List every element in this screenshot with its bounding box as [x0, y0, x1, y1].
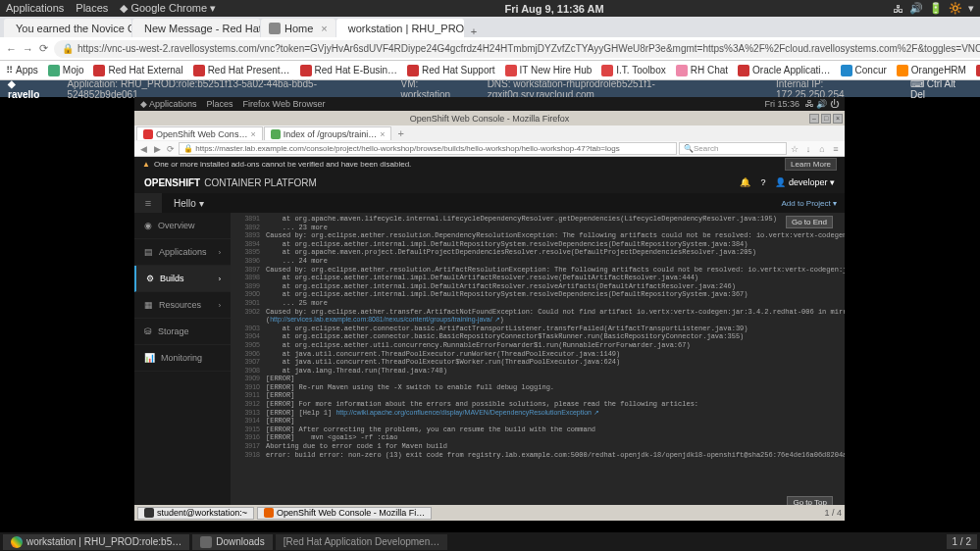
back-button[interactable]: ←	[6, 40, 17, 58]
host-topbar: Applications Places ◆ Google Chrome ▾ Fr…	[0, 0, 980, 17]
line-number: 3898	[236, 274, 260, 282]
bookmark-item[interactable]: Red Hat E-Busin…	[300, 65, 397, 76]
log-content[interactable]: 3891 at org.apache.maven.lifecycle.inter…	[231, 213, 845, 461]
inner-tray[interactable]: 🖧 🔊 ⏻	[805, 99, 839, 109]
chrome-tab[interactable]: You earned the Novice Co×	[4, 19, 131, 37]
chrome-tabstrip: You earned the Novice Co×New Message - R…	[0, 17, 980, 37]
bookmark-item[interactable]: RH Chat	[676, 65, 728, 76]
forward-button[interactable]: →	[23, 40, 33, 58]
new-tab-button[interactable]: +	[465, 25, 483, 37]
sidebar-icon: 📊	[144, 353, 155, 363]
firefox-tab[interactable]: Index of /groups/traini… ×	[264, 126, 392, 140]
reload-button[interactable]: ⟳	[39, 40, 48, 58]
ff-lock-icon: 🔒	[183, 144, 193, 153]
chrome-tab[interactable]: workstation | RHU_PROD×	[336, 19, 464, 37]
inner-menu-places[interactable]: Places	[207, 99, 233, 109]
user-menu[interactable]: 👤 developer ▾	[775, 177, 835, 187]
log-link[interactable]: http://cwiki.apache.org/confluence/displ…	[335, 409, 599, 416]
line-number: 3903	[236, 325, 260, 333]
minimize-button[interactable]: –	[809, 114, 819, 124]
ff-menu-icon[interactable]: ≡	[830, 143, 842, 155]
keyboard-icon[interactable]: ⌨ Ctrl Alt Del	[910, 78, 972, 100]
url-bar[interactable]: 🔒 https://vnc-us-west-2.ravellosystems.c…	[54, 40, 980, 58]
line-number: 3904	[236, 332, 260, 341]
bookmark-item[interactable]: Red Hat External	[93, 65, 182, 76]
ff-forward-button[interactable]: ▶	[151, 143, 163, 155]
inner-menu-apps[interactable]: ◆ Applications	[140, 99, 197, 109]
taskbar-firefox[interactable]: OpenShift Web Console - Mozilla Fi…	[257, 507, 432, 520]
openshift-subheader: ≡ Hello ▾ Add to Project ▾	[134, 193, 845, 213]
tab-close-icon[interactable]: ×	[250, 129, 255, 139]
line-number: 3914	[236, 417, 260, 426]
bell-icon[interactable]: 🔔	[740, 177, 750, 187]
menu-app[interactable]: ◆ Google Chrome ▾	[120, 2, 216, 15]
bookmark-item[interactable]: IT New Hire Hub	[505, 65, 593, 76]
line-number: 3907	[236, 358, 260, 367]
inner-menu-ff[interactable]: Firefox Web Browser	[243, 99, 326, 109]
sidebar-item-builds[interactable]: ⚙Builds›	[134, 266, 231, 292]
log-link[interactable]: http://services.lab.example.com:8081/nex…	[270, 316, 499, 323]
chrome-tab[interactable]: New Message - Red Hat L×	[132, 19, 260, 37]
sidebar-item-overview[interactable]: ◉Overview	[134, 213, 231, 239]
sidebar-icon: ◉	[144, 221, 152, 230]
firefox-tabstrip: OpenShift Web Cons… ×Index of /groups/tr…	[134, 125, 845, 141]
bookmark-item[interactable]: RHEL	[976, 65, 980, 76]
sidebar-item-applications[interactable]: ▤Applications›	[134, 239, 231, 266]
bookmark-item[interactable]: ⠿ Apps	[6, 65, 38, 75]
line-number: 3895	[236, 248, 260, 257]
firefox-tab[interactable]: OpenShift Web Cons… ×	[136, 126, 263, 140]
bookmark-item[interactable]: Mojo	[48, 65, 84, 76]
line-number: 3916	[236, 433, 260, 442]
bookmark-item[interactable]: I.T. Toolbox	[601, 65, 665, 76]
close-button[interactable]: ×	[833, 114, 843, 124]
sidebar-label: Monitoring	[161, 353, 202, 363]
sidebar-label: Storage	[158, 326, 189, 336]
bookmark-item[interactable]: Red Hat Support	[407, 65, 495, 76]
ff-reload-button[interactable]: ⟳	[165, 143, 177, 155]
bookmark-item[interactable]: Oracle Applicati…	[738, 65, 830, 76]
ff-search-box[interactable]: 🔍 Search	[679, 142, 787, 155]
project-selector[interactable]: Hello ▾	[162, 198, 216, 209]
favicon	[841, 65, 852, 76]
ff-back-button[interactable]: ◀	[137, 143, 149, 155]
ff-download-icon[interactable]: ↓	[802, 143, 814, 155]
line-number: 3913	[236, 409, 260, 418]
new-tab-button[interactable]: +	[392, 127, 408, 139]
line-number: 3891	[236, 215, 260, 224]
learn-more-button[interactable]: Learn More	[785, 158, 837, 171]
maximize-button[interactable]: □	[821, 114, 831, 124]
burger-icon[interactable]: ≡	[134, 193, 162, 213]
ff-url-bar[interactable]: 🔒 https://master.lab.example.com/console…	[179, 142, 677, 155]
sidebar-item-storage[interactable]: ⛁Storage	[134, 319, 231, 345]
tray[interactable]: 🖧🔊🔋🔆▾	[893, 2, 974, 15]
sidebar-label: Resources	[159, 300, 201, 310]
tab-close-icon[interactable]: ×	[321, 23, 327, 34]
taskbar-files[interactable]: Downloads	[192, 534, 272, 550]
tab-label: You earned the Novice Co	[16, 23, 131, 34]
taskbar-app[interactable]: [Red Hat Application Developmen…	[276, 534, 448, 550]
openshift-header: OPENSHIFT CONTAINER PLATFORM 🔔 ? 👤 devel…	[134, 172, 845, 193]
ff-home-icon[interactable]: ⌂	[816, 143, 828, 155]
menu-applications[interactable]: Applications	[6, 2, 64, 15]
chrome-tab[interactable]: Home×	[261, 19, 335, 37]
taskbar-terminal[interactable]: student@workstation:~	[137, 507, 254, 520]
help-icon[interactable]: ?	[760, 177, 765, 187]
ravello-logo: ◆ ravello	[8, 78, 49, 100]
sidebar-item-monitoring[interactable]: 📊Monitoring	[134, 345, 231, 372]
bookmark-item[interactable]: OrangeHRM	[897, 65, 966, 76]
tab-close-icon[interactable]: ×	[380, 129, 385, 139]
line-number: 3902	[236, 308, 260, 317]
firefox-titlebar: OpenShift Web Console - Mozilla Firefox …	[134, 111, 845, 125]
bookmark-item[interactable]: Red Hat Present…	[193, 65, 290, 76]
bookmark-item[interactable]: Concur	[841, 65, 887, 76]
workspace-indicator[interactable]: 1 / 4	[824, 508, 842, 518]
menu-places[interactable]: Places	[76, 2, 108, 15]
taskbar-chrome[interactable]: workstation | RHU_PROD:role:b5…	[3, 534, 189, 550]
sidebar-item-resources[interactable]: ▦Resources›	[134, 292, 231, 319]
add-to-project[interactable]: Add to Project ▾	[782, 199, 845, 208]
host-workspace-indicator[interactable]: 1 / 2	[947, 534, 977, 549]
addon-warning-bar: ▲ One or more installed add-ons cannot b…	[134, 157, 845, 172]
ff-bookmark-icon[interactable]: ☆	[789, 143, 800, 155]
host-taskbar: workstation | RHU_PROD:role:b5… Download…	[0, 532, 980, 551]
goto-end-button[interactable]: Go to End	[786, 216, 833, 228]
